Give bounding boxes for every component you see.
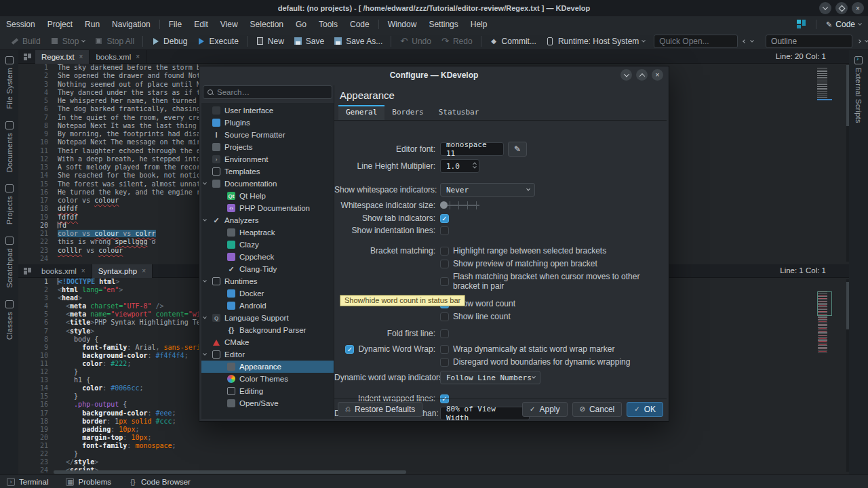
- settings-item-runtimes[interactable]: Runtimes: [201, 275, 334, 287]
- editor-font-value[interactable]: monospace 11: [440, 142, 504, 156]
- settings-item-android[interactable]: Android: [201, 300, 334, 312]
- session-grid-icon[interactable]: [797, 20, 806, 29]
- ok-button[interactable]: ✓ OK: [627, 402, 663, 417]
- line-height-spinbox[interactable]: 1.0: [440, 159, 479, 173]
- settings-item-editing[interactable]: Editing: [201, 385, 334, 397]
- expander-icon[interactable]: [203, 352, 207, 356]
- restore-defaults-button[interactable]: ⎌ Restore Defaults: [338, 402, 422, 417]
- statusbar-code-browser[interactable]: {}Code Browser: [129, 478, 191, 486]
- whitespace-size-slider[interactable]: [440, 201, 479, 210]
- menu-code[interactable]: Code: [344, 17, 376, 32]
- dock-tab-file-system[interactable]: File System: [0, 50, 18, 115]
- disregard-boundaries-checkbox[interactable]: [440, 358, 449, 367]
- choose-font-button[interactable]: ✎: [508, 142, 527, 157]
- dock-tab-classes[interactable]: Classes: [0, 294, 18, 346]
- menu-navigation[interactable]: Navigation: [106, 17, 157, 32]
- settings-item-appearance[interactable]: Appearance: [201, 361, 334, 373]
- dialog-minimize-button[interactable]: [620, 69, 632, 81]
- settings-item-clang-tidy[interactable]: ✓Clang-Tidy: [201, 263, 334, 275]
- menu-window[interactable]: Window: [382, 17, 423, 32]
- close-tab-icon[interactable]: ×: [136, 53, 140, 60]
- fold-first-line-checkbox[interactable]: [440, 329, 449, 338]
- runtime-host-system-button[interactable]: Runtime: Host System: [541, 35, 650, 48]
- settings-item-user-interface[interactable]: User Interface: [201, 104, 334, 117]
- cancel-button[interactable]: ⊘ Cancel: [572, 402, 623, 417]
- expander-icon[interactable]: [203, 315, 207, 319]
- panel-tab-borders[interactable]: Borders: [384, 105, 431, 120]
- statusbar-terminal[interactable]: ›Terminal: [7, 478, 48, 486]
- show-line-count-checkbox[interactable]: [440, 312, 449, 321]
- document-switcher-icon[interactable]: [24, 268, 31, 274]
- menu-project[interactable]: Project: [41, 17, 79, 32]
- dock-tab-external-scripts[interactable]: External Scripts: [849, 50, 868, 129]
- menu-selection[interactable]: Selection: [244, 17, 290, 32]
- settings-item-cppcheck[interactable]: Cppcheck: [201, 251, 334, 263]
- build-button[interactable]: Build: [5, 35, 45, 48]
- document-switcher-icon[interactable]: [24, 54, 31, 60]
- redo-button[interactable]: ↷Redo: [436, 35, 477, 48]
- menu-tools[interactable]: Tools: [313, 17, 344, 32]
- settings-item-plugins[interactable]: Plugins: [201, 117, 334, 129]
- tab-books-xml[interactable]: books.xml×: [90, 50, 146, 64]
- dialog-close-button[interactable]: ×: [652, 69, 663, 81]
- close-tab-icon[interactable]: ×: [142, 267, 146, 274]
- settings-item-templates[interactable]: Templates: [201, 165, 334, 178]
- tab-syntax-php[interactable]: Syntax.php×: [92, 264, 153, 278]
- dock-tab-documents[interactable]: Documents: [0, 115, 18, 178]
- close-button[interactable]: ×: [852, 2, 864, 14]
- wrap-static-marker-checkbox[interactable]: [440, 345, 449, 354]
- settings-item-qt-help[interactable]: QtQt Help: [201, 190, 334, 202]
- settings-item-open-save[interactable]: Open/Save: [201, 397, 334, 409]
- close-tab-icon[interactable]: ×: [79, 53, 83, 60]
- expander-icon[interactable]: [203, 218, 207, 222]
- panel-tab-statusbar[interactable]: Statusbar: [431, 105, 487, 120]
- menu-view[interactable]: View: [214, 17, 244, 32]
- minimap-bottom[interactable]: [817, 291, 832, 381]
- execute-button[interactable]: Execute: [192, 35, 243, 48]
- dock-tab-scratchpad[interactable]: Scratchpad: [0, 230, 18, 294]
- save-as-button[interactable]: Save As...: [329, 35, 387, 48]
- settings-item-color-themes[interactable]: Color Themes: [201, 373, 334, 385]
- settings-item-language-support[interactable]: QLanguage Support: [201, 312, 334, 324]
- horizontal-scrollbar[interactable]: [54, 470, 406, 474]
- settings-item-background-parser[interactable]: {}Background Parser: [201, 324, 334, 336]
- dww-indicators-dropdown[interactable]: Follow Line Numbers: [440, 371, 540, 384]
- tab-regex-txt[interactable]: Regex.txt×: [35, 50, 90, 64]
- flash-bracket-checkbox[interactable]: [440, 277, 449, 286]
- panel-tab-general[interactable]: General: [338, 105, 384, 120]
- close-tab-icon[interactable]: ×: [81, 267, 85, 274]
- stop-button[interactable]: Stop: [45, 35, 90, 48]
- tab-indicators-checkbox[interactable]: [440, 214, 449, 223]
- whitespace-indicators-dropdown[interactable]: Never: [440, 183, 535, 197]
- menu-edit[interactable]: Edit: [188, 17, 214, 32]
- commit-button[interactable]: ◆Commit...: [485, 35, 541, 48]
- settings-item-analyzers[interactable]: ✓Analyzers: [201, 214, 334, 226]
- show-preview-checkbox[interactable]: [440, 260, 449, 268]
- settings-item-environment[interactable]: ›Environment: [201, 153, 334, 165]
- highlight-range-checkbox[interactable]: [440, 247, 449, 256]
- new-button[interactable]: New: [251, 35, 289, 48]
- settings-item-editor[interactable]: Editor: [201, 348, 334, 361]
- settings-item-cmake[interactable]: CMake: [201, 336, 334, 348]
- menu-session[interactable]: Session: [0, 17, 41, 32]
- quick-open-input[interactable]: Quick Open...: [654, 35, 738, 48]
- menu-file[interactable]: File: [163, 17, 188, 32]
- settings-item-php-documentation[interactable]: ‹›PHP Documentation: [201, 202, 334, 214]
- outline-input[interactable]: Outline: [766, 35, 852, 48]
- statusbar-problems[interactable]: ▦Problems: [66, 478, 111, 486]
- settings-item-docker[interactable]: Docker: [201, 287, 334, 300]
- minimap-top[interactable]: [817, 68, 832, 100]
- settings-item-projects[interactable]: Projects: [201, 141, 334, 153]
- settings-item-clazy[interactable]: Clazy: [201, 239, 334, 251]
- indentation-lines-checkbox[interactable]: [440, 226, 449, 235]
- save-button[interactable]: Save: [289, 35, 329, 48]
- code-session-button[interactable]: ✎ Code: [819, 18, 868, 31]
- undo-button[interactable]: ↶Undo: [395, 35, 436, 48]
- menu-help[interactable]: Help: [465, 17, 494, 32]
- expander-icon[interactable]: [203, 279, 207, 283]
- slider-handle[interactable]: [440, 201, 448, 209]
- settings-item-documentation[interactable]: Documentation: [201, 178, 334, 190]
- apply-button[interactable]: ✓ Apply: [522, 402, 567, 417]
- debug-button[interactable]: Debug: [146, 35, 192, 48]
- settings-search-input[interactable]: Search…: [203, 85, 332, 99]
